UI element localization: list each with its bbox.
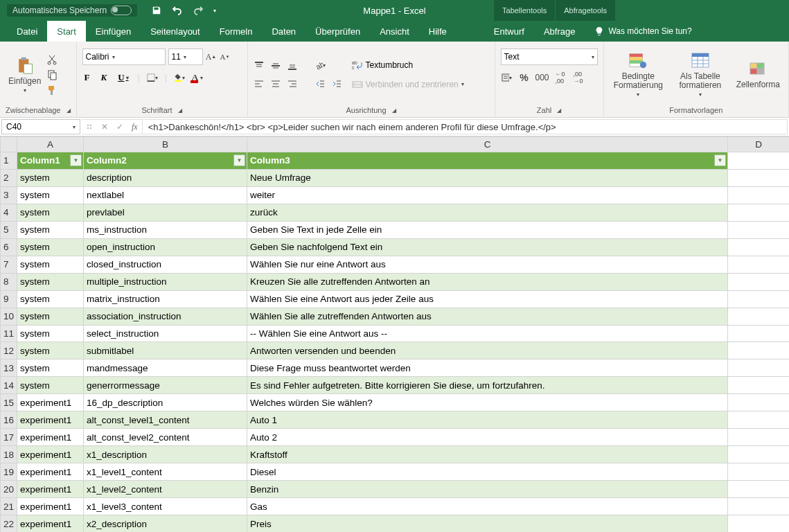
cell[interactable] [728,308,790,325]
row-header[interactable]: 17 [1,429,17,446]
worksheet-grid[interactable]: A B C D 1Column1▼Column2▼Column3▼2system… [0,136,789,532]
bold-button[interactable]: F [82,71,92,85]
cell[interactable]: experiment1 [17,463,84,481]
cell[interactable]: x1_level1_content [84,463,247,481]
align-top-icon[interactable] [254,60,265,71]
orientation-icon[interactable]: ab▾ [314,60,326,71]
cell[interactable]: system [17,377,84,394]
tab-formulas[interactable]: Formeln [210,21,263,42]
row-header[interactable]: 7 [1,256,17,273]
cell[interactable]: experiment1 [17,481,84,498]
formula-input[interactable]: <h1>Dankeschön!</h1> <br> <p>Leider such… [143,119,788,134]
tab-query[interactable]: Abfrage [534,21,585,42]
cell[interactable]: experiment1 [17,394,84,411]
dialog-launcher-icon[interactable]: ◢ [389,107,396,114]
filter-dropdown-icon[interactable]: ▼ [70,154,82,166]
cell[interactable] [728,273,790,290]
dialog-launcher-icon[interactable]: ◢ [554,107,561,114]
cell[interactable] [728,221,790,238]
tab-home[interactable]: Start [47,21,85,42]
row-header[interactable]: 11 [1,325,17,342]
enter-icon[interactable]: ✓ [116,122,123,132]
filter-dropdown-icon[interactable]: ▼ [714,154,726,166]
row-header[interactable]: 18 [1,446,17,463]
cell[interactable]: -- Wählen Sie eine Antwort aus -- [247,325,728,342]
range-picker-icon[interactable] [86,123,93,130]
cell[interactable]: description [84,169,247,186]
cell[interactable] [728,186,790,204]
cell[interactable]: Geben Sie Text in jede Zelle ein [247,221,728,238]
row-header[interactable]: 20 [1,481,17,498]
autosave-toggle[interactable]: Automatisches Speichern [7,4,137,17]
cell[interactable]: experiment1 [17,411,84,429]
cell[interactable]: mandmessage [84,360,247,377]
save-icon[interactable] [151,5,162,16]
table-header-cell[interactable]: Column3▼ [247,152,728,170]
cell[interactable]: system [17,360,84,377]
cell[interactable]: system [17,186,84,204]
percent-icon[interactable]: % [519,72,530,83]
table-tools-tab[interactable]: Tabellentools [494,0,556,21]
col-header-A[interactable]: A [17,137,84,152]
cell[interactable]: Preis [247,515,728,532]
row-header[interactable]: 22 [1,515,17,532]
tab-pagelayout[interactable]: Seitenlayout [141,21,210,42]
redo-icon[interactable] [193,5,204,16]
cell[interactable]: system [17,308,84,325]
col-header-D[interactable]: D [728,137,790,152]
wrap-text-button[interactable]: abc Textumbruch [352,60,464,71]
select-all-corner[interactable] [1,137,17,152]
cell[interactable]: system [17,342,84,360]
decrease-font-icon[interactable]: A▼ [220,51,231,62]
cell[interactable]: system [17,256,84,273]
cell[interactable]: system [17,325,84,342]
decrease-decimal-icon[interactable]: ,00→0 [573,72,584,83]
query-tools-tab[interactable]: Abfragetools [556,0,616,21]
cell-styles-button[interactable]: Zellenforma [734,58,783,91]
align-bottom-icon[interactable] [287,60,298,71]
cell[interactable] [728,463,790,481]
format-painter-icon[interactable] [46,85,57,96]
format-as-table-button[interactable]: Als Tabelle formatieren▾ [671,50,729,99]
cell[interactable]: Diesel [247,463,728,481]
row-header[interactable]: 1 [1,152,17,170]
cell[interactable]: Antworten versenden und beenden [247,342,728,360]
cell[interactable] [728,204,790,221]
cell[interactable] [728,342,790,360]
cell[interactable] [728,429,790,446]
row-header[interactable]: 13 [1,360,17,377]
cell[interactable]: Wählen Sie eine Antwort aus jeder Zeile … [247,290,728,308]
cell[interactable] [728,325,790,342]
cell[interactable]: experiment1 [17,429,84,446]
cell[interactable] [728,498,790,515]
cell[interactable]: weiter [247,186,728,204]
row-header[interactable]: 16 [1,411,17,429]
cell[interactable]: system [17,204,84,221]
cell[interactable] [728,515,790,532]
undo-icon[interactable] [172,5,183,16]
italic-button[interactable]: K [98,71,109,85]
cell[interactable]: prevlabel [84,204,247,221]
align-middle-icon[interactable] [270,60,281,71]
cell[interactable]: x2_description [84,515,247,532]
cell[interactable]: association_instruction [84,308,247,325]
cancel-icon[interactable]: ✕ [101,122,108,132]
cell[interactable] [728,290,790,308]
cell[interactable]: system [17,238,84,256]
tab-view[interactable]: Ansicht [370,21,419,42]
dialog-launcher-icon[interactable]: ◢ [64,107,71,114]
decrease-indent-icon[interactable] [314,78,326,89]
row-header[interactable]: 2 [1,169,17,186]
cell[interactable]: Kraftstoff [247,446,728,463]
cell[interactable]: experiment1 [17,446,84,463]
cell[interactable]: system [17,169,84,186]
cell[interactable]: Wählen Sie nur eine Antwort aus [247,256,728,273]
number-format-combo[interactable]: Text▾ [501,48,598,65]
underline-button[interactable]: U▾ [116,71,130,85]
dialog-launcher-icon[interactable]: ◢ [175,107,182,114]
row-header[interactable]: 8 [1,273,17,290]
cell[interactable]: nextlabel [84,186,247,204]
paste-button[interactable]: Einfügen ▾ [6,54,44,95]
cell[interactable]: Geben Sie nachfolgend Text ein [247,238,728,256]
cell[interactable]: Benzin [247,481,728,498]
